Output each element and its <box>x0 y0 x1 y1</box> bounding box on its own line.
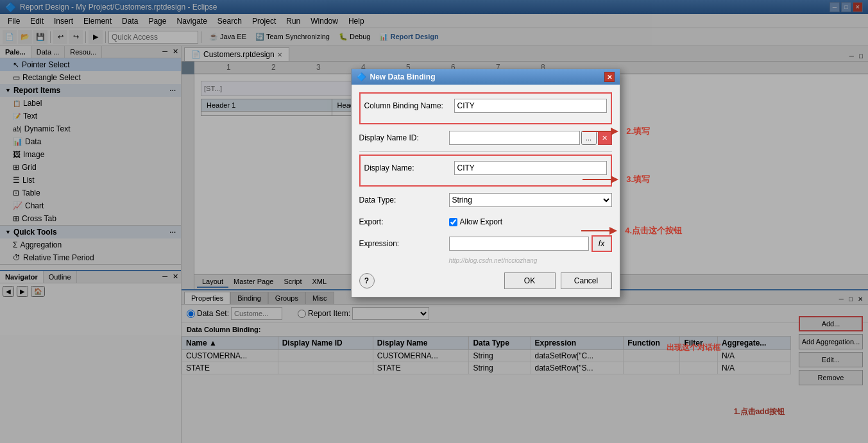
dialog-help-btn[interactable]: ? <box>359 273 375 288</box>
dialog-title-left: 🔷 New Data Binding <box>357 72 436 81</box>
allow-export-checkbox[interactable] <box>449 218 457 226</box>
column-binding-name-section: Column Binding Name: <box>359 92 612 124</box>
display-name-id-label: Display Name ID: <box>359 133 449 142</box>
data-type-select[interactable]: String Integer Float Date Boolean <box>449 193 612 207</box>
data-type-field: Data Type: String Integer Float Date Boo… <box>359 192 612 208</box>
watermark-area: http://blog.csdn.net/ricciozhang <box>359 257 612 265</box>
dialog-body: Column Binding Name: Display Name ID: ..… <box>352 85 620 272</box>
expression-field: Expression: fx <box>359 235 612 252</box>
export-field: Export: Allow Export <box>359 213 612 230</box>
modal-overlay: 🔷 New Data Binding ✕ Column Binding Name… <box>0 0 868 443</box>
dialog-icon: 🔷 <box>357 72 366 81</box>
display-name-field: Display Name: <box>364 160 607 176</box>
dialog-title: New Data Binding <box>370 72 436 81</box>
dialog-footer-row: ? OK Cancel <box>352 272 620 297</box>
annotation-step2-label: 2.填写 <box>626 126 650 137</box>
display-name-id-browse-btn[interactable]: ... <box>581 131 597 145</box>
display-name-label: Display Name: <box>364 163 454 172</box>
display-name-id-input[interactable] <box>449 131 580 145</box>
dialog-cancel-btn[interactable]: Cancel <box>561 272 612 289</box>
expression-fx-btn[interactable]: fx <box>591 235 612 252</box>
expression-input[interactable] <box>449 237 589 251</box>
dialog-titlebar: 🔷 New Data Binding ✕ <box>352 69 620 85</box>
dialog-ok-btn[interactable]: OK <box>504 272 556 289</box>
display-name-id-clear-btn[interactable]: ✕ <box>598 131 612 145</box>
dialog-divider1 <box>359 151 612 152</box>
dialog-ok-cancel: OK Cancel <box>504 272 612 289</box>
data-type-label: Data Type: <box>359 196 449 205</box>
annotation-appears-dialog: 出现这个对话框 <box>667 342 720 353</box>
new-data-binding-dialog: 🔷 New Data Binding ✕ Column Binding Name… <box>351 69 620 297</box>
display-name-id-field: Display Name ID: ... ✕ <box>359 130 612 146</box>
column-binding-name-input[interactable] <box>454 99 607 113</box>
column-binding-name-field: Column Binding Name: <box>364 97 607 114</box>
column-binding-name-label: Column Binding Name: <box>364 101 454 110</box>
display-name-input[interactable] <box>454 161 607 175</box>
watermark-text: http://blog.csdn.net/ricciozhang <box>449 257 538 264</box>
annotation-step3-label: 3.填写 <box>626 174 650 185</box>
display-name-section: Display Name: <box>359 155 612 187</box>
export-label: Export: <box>359 217 449 226</box>
dialog-close-btn[interactable]: ✕ <box>604 72 615 82</box>
allow-export-label: Allow Export <box>460 217 503 226</box>
expression-label: Expression: <box>359 239 449 248</box>
annotation-step4-label: 4.点击这个按钮 <box>625 225 682 237</box>
